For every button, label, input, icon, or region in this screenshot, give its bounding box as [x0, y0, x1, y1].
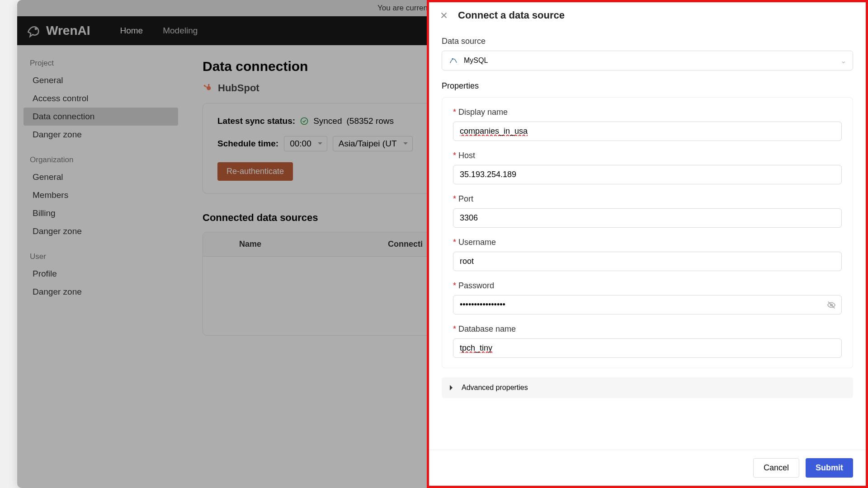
database-name-input[interactable]	[453, 338, 842, 358]
host-input[interactable]	[453, 165, 842, 184]
eye-off-icon[interactable]	[826, 300, 836, 310]
datasource-label: Data source	[442, 37, 853, 46]
display-name-label: Display name	[453, 108, 842, 117]
username-input[interactable]	[453, 252, 842, 271]
datasource-value: MySQL	[464, 56, 488, 65]
close-icon[interactable]	[439, 10, 449, 20]
host-label: Host	[453, 151, 842, 160]
database-name-label: Database name	[453, 324, 842, 334]
properties-label: Properties	[442, 81, 853, 91]
port-input[interactable]	[453, 208, 842, 228]
caret-right-icon	[450, 385, 455, 390]
password-label: Password	[453, 281, 842, 291]
username-label: Username	[453, 238, 842, 247]
cancel-button[interactable]: Cancel	[753, 458, 799, 478]
port-label: Port	[453, 194, 842, 204]
datasource-select[interactable]: MySQL ⌄	[442, 51, 853, 70]
chevron-down-icon: ⌄	[840, 56, 846, 65]
properties-box: Display name Host Port Username Password	[442, 97, 853, 368]
advanced-properties-toggle[interactable]: Advanced properties	[442, 377, 853, 398]
drawer-title: Connect a data source	[458, 9, 565, 21]
svg-point-7	[452, 58, 453, 59]
password-input[interactable]	[453, 295, 842, 314]
display-name-input[interactable]	[453, 122, 842, 141]
connect-data-source-drawer: Connect a data source Data source MySQL …	[427, 0, 868, 488]
mysql-icon	[448, 56, 458, 66]
submit-button[interactable]: Submit	[806, 458, 853, 478]
advanced-properties-label: Advanced properties	[462, 384, 528, 392]
